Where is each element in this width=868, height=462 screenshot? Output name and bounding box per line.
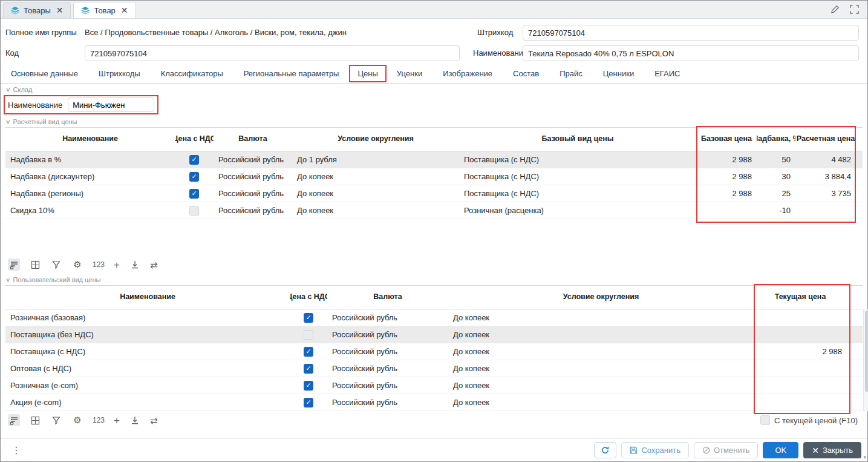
table-header: Наименование Цена с НДС Валюта Условие о… bbox=[5, 127, 863, 151]
tab-izobrazhenie[interactable]: Изображение bbox=[432, 65, 503, 82]
cancel-button[interactable]: Отменить bbox=[694, 442, 758, 458]
sklad-row: Наименование bbox=[1, 95, 867, 116]
vat-checkbox[interactable]: ✓ bbox=[189, 172, 199, 182]
refresh-button[interactable] bbox=[594, 442, 616, 458]
edit-icon[interactable] bbox=[829, 4, 841, 16]
currency-cell: Российский рубль bbox=[214, 168, 292, 185]
tab-tovar[interactable]: Товар ✕ bbox=[73, 2, 135, 18]
download-icon[interactable] bbox=[129, 259, 141, 271]
add-icon[interactable]: + bbox=[114, 415, 120, 426]
rounding-cell: До копеек bbox=[448, 326, 754, 343]
tab-sostav[interactable]: Состав bbox=[503, 65, 549, 82]
vat-checkbox[interactable]: ✓ bbox=[304, 381, 313, 391]
price-type-name: Поставщика (с НДС) bbox=[5, 343, 290, 360]
base-price-cell: 2 988 bbox=[696, 151, 757, 168]
table-row[interactable]: Поставщика (с НДС) ✓ Российский рубль До… bbox=[5, 343, 863, 360]
scroll-down-arrow-icon[interactable]: ▾ bbox=[863, 454, 866, 460]
settings-gear-icon[interactable]: ⚙ bbox=[71, 414, 83, 426]
section-tabs: Основные данные Штрихкоды Классификаторы… bbox=[1, 64, 867, 84]
rounding-cell: До копеек bbox=[448, 377, 754, 394]
grid-view-icon[interactable] bbox=[29, 414, 41, 426]
vat-checkbox[interactable]: ✓ bbox=[304, 330, 313, 340]
with-current-price-option[interactable]: ✓ С текущей ценой (F10) bbox=[760, 415, 858, 425]
close-icon[interactable]: ✕ bbox=[56, 5, 64, 15]
vat-checkbox[interactable]: ✓ bbox=[304, 347, 313, 357]
price-type-name: Надбавка (дискаунтер) bbox=[5, 168, 175, 185]
table-row[interactable]: Надбавка (регионы) ✓ Российский рубль До… bbox=[5, 185, 863, 202]
table-row[interactable]: Розничная (e-com) ✓ Российский рубль До … bbox=[5, 377, 863, 394]
price-type-name: Надбавка (регионы) bbox=[5, 185, 175, 202]
tab-tseny[interactable]: Цены bbox=[349, 65, 386, 82]
currency-cell: Российский рубль bbox=[214, 202, 292, 219]
tab-osnovnye-dannye[interactable]: Основные данные bbox=[1, 65, 88, 82]
fullscreen-icon[interactable] bbox=[848, 4, 860, 16]
table-row[interactable]: Акция (e-com) ✓ Российский рубль До копе… bbox=[5, 394, 863, 411]
filter-icon[interactable] bbox=[50, 259, 62, 271]
section-calc-header[interactable]: ∨ Расчетный вид цены bbox=[1, 116, 867, 127]
add-icon[interactable]: + bbox=[114, 260, 120, 270]
table-row[interactable]: Розничная (базовая) ✓ Российский рубль Д… bbox=[5, 309, 863, 326]
sklad-name-label: Наименование bbox=[8, 101, 62, 110]
tab-utsenki[interactable]: Уценки bbox=[387, 65, 432, 82]
filter-icon[interactable] bbox=[50, 414, 62, 426]
tab-prais[interactable]: Прайс bbox=[549, 65, 593, 82]
col-base-price: Базовая цена bbox=[696, 128, 757, 151]
base-type-cell: Поставщика (с НДС) bbox=[459, 151, 696, 168]
vat-checkbox[interactable]: ✓ bbox=[189, 155, 199, 165]
table-row[interactable]: Скидка 10% ✓ Российский рубль До копеек … bbox=[5, 202, 863, 219]
save-button[interactable]: Сохранить bbox=[621, 442, 689, 458]
sync-loop-icon[interactable]: ⇄ bbox=[150, 416, 158, 425]
chevron-down-icon: ∨ bbox=[5, 87, 11, 93]
name-input[interactable] bbox=[523, 45, 859, 61]
base-type-cell: Поставщика (с НДС) bbox=[459, 185, 696, 202]
col-current-price: Текущая цена bbox=[754, 286, 847, 309]
tab-regionalnye-parametry[interactable]: Региональные параметры bbox=[233, 65, 350, 82]
col-name: Наименование bbox=[5, 286, 290, 309]
tab-shtrihkody[interactable]: Штрихкоды bbox=[88, 65, 151, 82]
tab-tsenniki[interactable]: Ценники bbox=[593, 65, 644, 82]
currency-cell: Российский рубль bbox=[214, 185, 292, 202]
table-row[interactable]: Оптовая (с НДС) ✓ Российский рубль До ко… bbox=[5, 360, 863, 377]
numbers-toggle[interactable]: 123 bbox=[93, 260, 105, 269]
vat-checkbox[interactable]: ✓ bbox=[189, 206, 199, 216]
close-icon[interactable]: ✕ bbox=[121, 5, 128, 15]
vat-checkbox[interactable]: ✓ bbox=[304, 313, 313, 323]
table-row[interactable]: Надбавка в % ✓ Российский рубль До 1 руб… bbox=[5, 151, 863, 168]
close-button[interactable]: ✕ Закрыть bbox=[803, 442, 861, 458]
vat-checkbox[interactable]: ✓ bbox=[189, 189, 199, 199]
scrollbar[interactable] bbox=[863, 309, 868, 411]
barcode-input[interactable] bbox=[523, 25, 859, 41]
rounding-cell: До копеек bbox=[448, 309, 754, 326]
code-input[interactable] bbox=[85, 45, 460, 61]
rounding-cell: До копеек bbox=[292, 202, 459, 219]
section-user-header[interactable]: ∨ Пользовательский вид цены bbox=[1, 274, 867, 285]
list-view-icon[interactable] bbox=[8, 414, 20, 426]
calc-price-cell: 3 884,4 bbox=[795, 168, 856, 185]
current-price-cell: 2 988 bbox=[754, 343, 847, 360]
numbers-toggle[interactable]: 123 bbox=[93, 416, 105, 424]
scrollbar-thumb[interactable] bbox=[865, 311, 868, 392]
tab-klassifikatory[interactable]: Классификаторы bbox=[151, 65, 233, 82]
download-icon[interactable] bbox=[129, 414, 141, 426]
vat-checkbox[interactable]: ✓ bbox=[304, 364, 313, 374]
rounding-cell: До 1 рубля bbox=[292, 151, 459, 168]
list-view-icon[interactable] bbox=[8, 259, 20, 271]
sklad-name-input[interactable] bbox=[68, 97, 154, 112]
col-markup: Надбавка, % bbox=[757, 128, 795, 151]
vat-checkbox[interactable]: ✓ bbox=[304, 398, 313, 408]
close-icon: ✕ bbox=[812, 446, 819, 455]
with-current-price-checkbox[interactable]: ✓ bbox=[760, 415, 770, 425]
table-row[interactable]: Надбавка (дискаунтер) ✓ Российский рубль… bbox=[5, 168, 863, 185]
sync-loop-icon[interactable]: ⇄ bbox=[150, 260, 158, 269]
ok-button[interactable]: OK bbox=[763, 442, 798, 458]
settings-gear-icon[interactable]: ⚙ bbox=[71, 259, 83, 271]
more-options-icon[interactable]: ⋮ bbox=[7, 443, 26, 457]
grid-view-icon[interactable] bbox=[29, 259, 41, 271]
tab-egais[interactable]: ЕГАИС bbox=[644, 65, 690, 82]
section-sklad-header[interactable]: ∨ Склад bbox=[1, 84, 867, 95]
current-price-cell bbox=[754, 394, 847, 411]
col-name: Наименование bbox=[5, 128, 175, 151]
name-label: Наименование bbox=[473, 48, 527, 58]
table-row[interactable]: Поставщика (без НДС) ✓ Российский рубль … bbox=[5, 326, 863, 343]
tab-tovary[interactable]: Товары ✕ bbox=[3, 2, 71, 18]
